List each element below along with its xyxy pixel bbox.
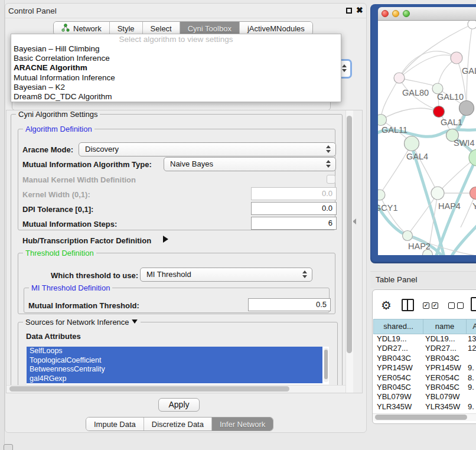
- tab-jactivemnodules[interactable]: jActiveMNodules: [240, 22, 312, 35]
- dropdown-item-selected[interactable]: ARACNE Algorithm: [11, 63, 341, 73]
- table-row[interactable]: YPR145W YPR145W 9.: [373, 363, 476, 373]
- checkbox-unchecked-icon[interactable]: [448, 302, 455, 309]
- collapse-arrow-icon[interactable]: [163, 236, 168, 243]
- which-threshold-label: Which threshold to use:: [51, 271, 138, 280]
- tab-impute-data[interactable]: Impute Data: [86, 418, 144, 431]
- column-header-shared-name[interactable]: shared...: [373, 319, 423, 334]
- node-hap4[interactable]: [431, 187, 444, 200]
- columns-icon[interactable]: [402, 299, 414, 311]
- checkbox-unchecked-icon[interactable]: [457, 302, 464, 309]
- table-row[interactable]: YBR043C YBR043C: [373, 354, 476, 363]
- node-selected-red[interactable]: [433, 106, 445, 118]
- control-panel-title: Control Panel: [8, 6, 57, 15]
- node-gal4[interactable]: [405, 136, 419, 151]
- list-item[interactable]: TopologicalCoefficient: [27, 356, 322, 366]
- table-row[interactable]: YBL079W YBL079W: [373, 392, 476, 402]
- mi-threshold-group-title: MI Threshold Definition: [29, 283, 112, 292]
- node[interactable]: [468, 21, 476, 29]
- column-header-name[interactable]: name: [423, 319, 467, 334]
- node-salmon[interactable]: [470, 187, 476, 200]
- data-attributes-label: Data Attributes: [26, 332, 81, 341]
- tab-network[interactable]: Network: [54, 22, 110, 35]
- zoom-traffic-light-icon[interactable]: [403, 10, 410, 17]
- node-label: GAL4: [406, 152, 428, 161]
- manual-kernel-width-label: Manual Kernel Width Definition: [22, 175, 136, 184]
- dropdown-item[interactable]: Dream8 DC_TDC Algorithm: [11, 92, 341, 102]
- settings-vscrollbar-thumb[interactable]: [347, 116, 352, 353]
- list-scrollbar[interactable]: [324, 348, 328, 382]
- dropdown-item[interactable]: Basic Correlation Inference: [11, 54, 341, 63]
- which-threshold-combo[interactable]: MI Threshold: [140, 268, 312, 282]
- kernel-width-field[interactable]: 0.0: [251, 187, 337, 200]
- node[interactable]: [451, 52, 462, 64]
- tab-discretize-data[interactable]: Discretize Data: [144, 418, 212, 431]
- mi-steps-field[interactable]: 6: [251, 217, 337, 230]
- table-row[interactable]: YER054C YER054C 8.: [373, 373, 476, 383]
- dropdown-placeholder: Select algorithm to view settings: [11, 34, 341, 44]
- network-canvas[interactable]: GAL GAL80 GAL10 GAL1 GAL11 SWI4 GAL4 GCY…: [378, 21, 476, 255]
- table-row[interactable]: YLR345W YLR345W 9.: [373, 402, 476, 412]
- combo-arrows-icon: [326, 145, 331, 153]
- node-label: GAL10: [437, 92, 464, 102]
- tab-cyni-toolbox[interactable]: Cyni Toolbox: [180, 22, 240, 35]
- settings-hscrollbar-thumb[interactable]: [9, 386, 289, 392]
- table-row[interactable]: YDR27... YDR27... 12: [373, 344, 476, 353]
- tab-style[interactable]: Style: [110, 22, 143, 35]
- mi-algorithm-type-combo[interactable]: Naive Bayes: [164, 157, 336, 171]
- sources-group-title: Sources for Network Inference: [23, 318, 141, 327]
- tab-select[interactable]: Select: [143, 22, 180, 35]
- dropdown-item[interactable]: Mutual Information Inference: [11, 73, 341, 83]
- mi-threshold-field[interactable]: 0.5: [248, 298, 331, 311]
- node-gal11[interactable]: [378, 115, 387, 126]
- list-item[interactable]: SelfLoops: [27, 347, 322, 356]
- mi-algorithm-type-label: Mutual Information Algorithm Type:: [22, 160, 152, 169]
- float-window-icon[interactable]: [346, 8, 352, 14]
- node-label: HAP4: [438, 201, 461, 211]
- threshold-definition-title: Threshold Definition: [23, 249, 96, 257]
- node-gray[interactable]: [459, 101, 474, 116]
- table-row[interactable]: YBR045C YBR045C 9.: [373, 383, 476, 392]
- network-node-labels: GAL GAL80 GAL10 GAL1 GAL11 SWI4 GAL4 GCY…: [378, 66, 476, 251]
- apply-button[interactable]: Apply: [158, 398, 200, 412]
- left-edge-strip: [0, 0, 5, 450]
- column-header-partial[interactable]: A: [467, 319, 476, 334]
- node-gal80[interactable]: [394, 73, 405, 83]
- gear-icon[interactable]: ⚙: [381, 298, 392, 312]
- node-label: GAL: [462, 66, 476, 76]
- minimized-panel-icon[interactable]: [4, 444, 13, 450]
- dropdown-item[interactable]: Bayesian – K2: [11, 83, 341, 92]
- cyni-bottom-tabbar: Impute Data Discretize Data Infer Networ…: [86, 417, 273, 431]
- algorithm-definition-title: Algorithm Definition: [23, 125, 94, 133]
- tab-infer-network[interactable]: Infer Network: [212, 418, 273, 431]
- list-item[interactable]: BetweennessCentrality: [27, 365, 322, 374]
- control-panel-titlebar: [5, 4, 366, 18]
- list-item[interactable]: gal4RGexp: [27, 374, 322, 384]
- dpi-tolerance-label: DPI Tolerance [0,1]:: [22, 205, 93, 214]
- minimize-traffic-light-icon[interactable]: [392, 10, 399, 17]
- document-icon[interactable]: [471, 297, 476, 311]
- checkbox-checked-icon[interactable]: ✓: [432, 302, 438, 309]
- algorithm-dropdown-popup: Select algorithm to view settings Bayesi…: [11, 34, 341, 102]
- table-header: shared... name A: [373, 319, 476, 334]
- combo-arrows-icon: [302, 270, 307, 278]
- close-icon[interactable]: ✖: [356, 5, 363, 15]
- dropdown-item[interactable]: Bayesian – Hill Climbing: [11, 44, 341, 54]
- table-row[interactable]: YDL19... YDL19... 13: [373, 334, 476, 344]
- mi-steps-label: Mutual Information Steps:: [22, 220, 117, 229]
- aracne-mode-combo[interactable]: Discovery: [79, 142, 336, 156]
- manual-kernel-width-checkbox[interactable]: [327, 175, 335, 184]
- close-traffic-light-icon[interactable]: [382, 10, 389, 17]
- hub-section-label: Hub/Transcription Factor Definition: [22, 236, 151, 245]
- node-gcy1[interactable]: [378, 190, 385, 200]
- mi-threshold-label: Mutual Information Threshold:: [28, 301, 139, 310]
- node-label: SWI4: [454, 138, 474, 148]
- expand-arrow-icon[interactable]: [132, 319, 138, 324]
- network-window-titlebar[interactable]: [378, 7, 476, 21]
- node[interactable]: [469, 149, 476, 166]
- app-root: Control Panel ✖ Network Style Select Cyn…: [0, 0, 476, 450]
- table-hscrollbar-thumb[interactable]: [375, 415, 467, 420]
- checkbox-checked-icon[interactable]: ✓: [423, 302, 429, 309]
- network-icon: [61, 24, 70, 34]
- dpi-tolerance-field[interactable]: 0.0: [251, 202, 337, 215]
- node-hap2[interactable]: [403, 231, 413, 241]
